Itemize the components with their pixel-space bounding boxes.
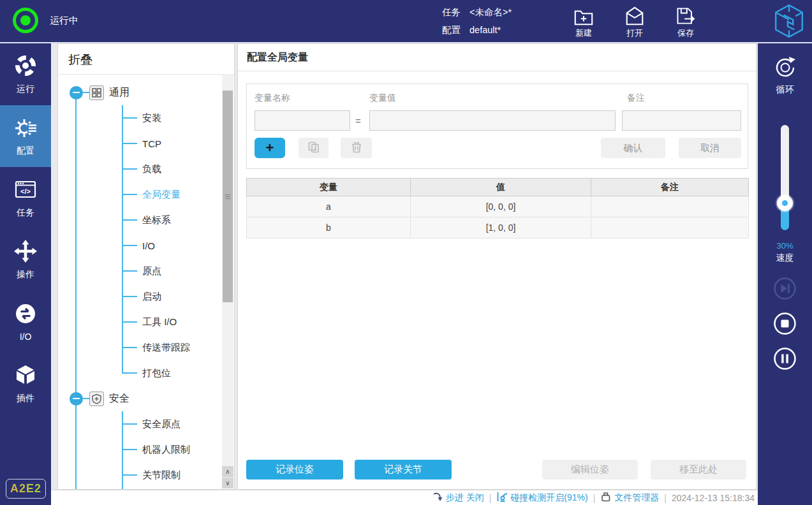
- top-bar: 运行中 任务<未命名>* 配置default* 新建 打开 保存: [0, 0, 812, 43]
- tree-item-coords[interactable]: 坐标系: [123, 207, 234, 233]
- shield-icon: [89, 392, 104, 406]
- record-joint-button[interactable]: 记录关节: [355, 460, 452, 479]
- scroll-down-icon[interactable]: ∨: [222, 478, 233, 488]
- tree-scrollbar[interactable]: ∧ ∨: [222, 74, 233, 488]
- tree-item-origin[interactable]: 原点: [123, 258, 234, 284]
- tree-item-tool-io[interactable]: 工具 I/O: [123, 309, 234, 335]
- tree-item-startup[interactable]: 启动: [123, 284, 234, 309]
- tree-item-robot-limits[interactable]: 机器人限制: [123, 437, 234, 462]
- scroll-up-icon[interactable]: ∧: [222, 466, 233, 477]
- right-control-rail: 循环 30% 速度: [758, 43, 812, 505]
- record-pose-button[interactable]: 记录位姿: [246, 460, 343, 479]
- collapse-all-button[interactable]: 折叠: [58, 44, 234, 75]
- move-arrows-icon: [13, 239, 38, 266]
- pause-button[interactable]: [773, 347, 797, 370]
- speed-percent: 30%: [758, 241, 812, 251]
- save-icon: [666, 5, 705, 27]
- app-window: 运行中 任务<未命名>* 配置default* 新建 打开 保存 运行 配置: [0, 0, 812, 505]
- svg-text:</>: </>: [20, 187, 31, 195]
- task-value: <未命名>*: [469, 7, 512, 17]
- delete-variable-button[interactable]: [341, 138, 372, 158]
- nav-item-run[interactable]: 运行: [0, 43, 51, 105]
- tree-item-conveyor[interactable]: 传送带跟踪: [123, 335, 234, 360]
- tree-item-payload[interactable]: 负载: [123, 156, 234, 182]
- table-row[interactable]: b [1, 0, 0]: [247, 217, 749, 238]
- col-value: 值: [411, 179, 591, 196]
- equals-sign: =: [355, 115, 361, 126]
- run-status-label: 运行中: [50, 15, 78, 27]
- io-swap-icon: [13, 302, 38, 328]
- loop-button[interactable]: 循环: [758, 55, 812, 96]
- cube-icon: [13, 363, 38, 390]
- nav-item-io[interactable]: I/O: [0, 291, 51, 353]
- col-remark: 备注: [591, 179, 749, 196]
- tree-item-global-vars[interactable]: 全局变量: [123, 182, 234, 207]
- config-tree: 通用 安装 TCP 负载 全局变量 坐标系 I/O 原点 启动 工具 I/O 传…: [58, 75, 234, 490]
- config-value: default*: [469, 25, 501, 35]
- new-button[interactable]: 新建: [564, 5, 603, 39]
- step-arrow-icon: [432, 492, 443, 504]
- action-bar: 记录位姿 记录关节 编辑位姿 移至此处: [246, 460, 746, 479]
- name-label: 变量名称: [255, 92, 290, 104]
- col-variable: 变量: [247, 179, 411, 196]
- speed-slider[interactable]: [781, 125, 789, 227]
- nav-item-config[interactable]: 配置: [0, 105, 51, 167]
- usb-drive-icon: [600, 492, 612, 504]
- tree-item-io[interactable]: I/O: [123, 233, 234, 258]
- page-title: 配置全局变量: [238, 44, 756, 71]
- code-window-icon: </>: [13, 177, 38, 204]
- gear-icon: [13, 115, 38, 142]
- confirm-button[interactable]: 确认: [601, 138, 665, 158]
- copy-variable-button[interactable]: [299, 138, 328, 158]
- collapse-toggle-icon[interactable]: [70, 392, 83, 406]
- variable-value-input[interactable]: [369, 110, 616, 131]
- variable-name-input[interactable]: [255, 110, 350, 131]
- config-tree-panel: 折叠 通用 安装 TCP 负载 全局变量 坐标系 I/O 原点 启: [57, 43, 235, 490]
- speed-slider-thumb[interactable]: [777, 195, 793, 211]
- new-file-icon: [564, 5, 603, 27]
- open-button[interactable]: 打开: [615, 5, 654, 39]
- nav-item-operate[interactable]: 操作: [0, 229, 51, 291]
- step-mode-status[interactable]: 步进 关闭: [432, 492, 484, 504]
- robot-model-badge: A2E2: [6, 479, 46, 499]
- table-row[interactable]: a [0, 0, 0]: [247, 196, 749, 217]
- tree-item-joint-limits[interactable]: 关节限制: [123, 462, 234, 488]
- run-icon: [13, 54, 38, 80]
- nav-item-task[interactable]: </> 任务: [0, 167, 51, 229]
- open-file-icon: [615, 5, 654, 27]
- file-manager-link[interactable]: 文件管理器: [600, 492, 659, 504]
- stop-button[interactable]: [773, 312, 797, 335]
- tree-item-install[interactable]: 安装: [123, 105, 234, 131]
- nav-item-plugin[interactable]: 插件: [0, 353, 51, 414]
- tree-trunk-line: [75, 92, 77, 490]
- task-config-info: 任务<未命名>* 配置default*: [442, 3, 512, 39]
- left-nav-rail: 运行 配置 </> 任务 操作 I/O 插件 A2E2: [0, 43, 51, 505]
- collapse-toggle-icon[interactable]: [70, 86, 83, 99]
- global-vars-panel: 配置全局变量 变量名称 变量值 备注 = + 确认 取消 变量: [237, 43, 757, 490]
- tree-scrollbar-thumb[interactable]: [223, 91, 233, 302]
- config-label: 配置: [442, 21, 461, 39]
- move-here-button[interactable]: 移至此处: [651, 460, 746, 479]
- task-label: 任务: [442, 3, 461, 21]
- tree-group-safety[interactable]: 安全: [58, 386, 234, 411]
- tree-item-safe-origin[interactable]: 安全原点: [123, 411, 234, 437]
- variable-form: 变量名称 变量值 备注 = + 确认 取消: [246, 84, 748, 169]
- collision-detection-status[interactable]: 碰撞检测开启(91%): [496, 492, 587, 504]
- edit-pose-button[interactable]: 编辑位姿: [542, 460, 638, 479]
- remark-input[interactable]: [622, 110, 741, 131]
- speed-label: 速度: [758, 252, 812, 264]
- tree-item-tcp[interactable]: TCP: [123, 131, 234, 156]
- cancel-button[interactable]: 取消: [679, 138, 741, 158]
- tree-group-general[interactable]: 通用: [58, 80, 234, 105]
- tree-item-pack-pos[interactable]: 打包位: [123, 360, 234, 386]
- run-status-icon: [13, 8, 38, 33]
- save-button[interactable]: 保存: [666, 5, 705, 39]
- copy-icon: [307, 141, 320, 156]
- status-bar: 步进 关闭 | 碰撞检测开启(91%) | 文件管理器 | 2024-12-13…: [51, 490, 758, 505]
- step-forward-button[interactable]: [773, 277, 797, 300]
- collision-robot-icon: [496, 492, 508, 504]
- add-variable-button[interactable]: +: [255, 138, 285, 158]
- brand-logo-icon: [774, 4, 804, 41]
- loop-icon: [772, 71, 798, 82]
- workspace: 折叠 通用 安装 TCP 负载 全局变量 坐标系 I/O 原点 启: [51, 43, 758, 490]
